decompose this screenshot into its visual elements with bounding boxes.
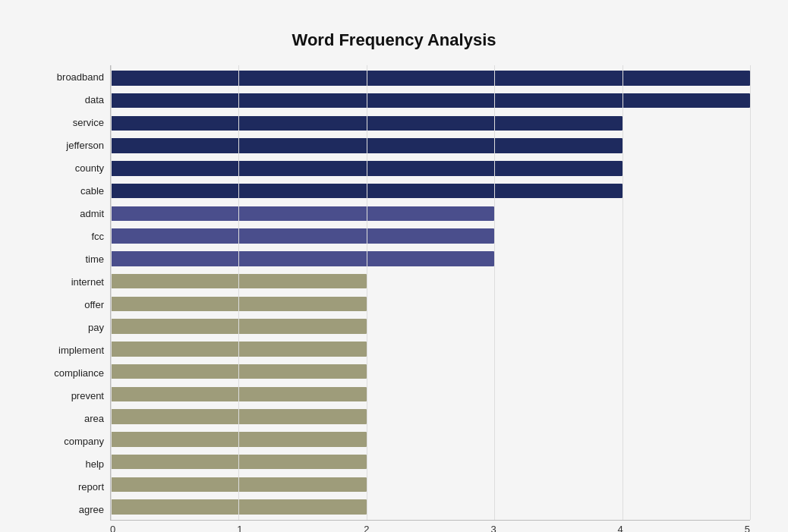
- chart-container: Word Frequency Analysis broadbanddataser…: [15, 15, 773, 532]
- bar-row-company: [111, 428, 750, 451]
- y-label-prevent: prevent: [71, 391, 104, 401]
- bar-row-admit: [111, 203, 750, 225]
- bar-fcc: [111, 228, 494, 243]
- y-label-fcc: fcc: [91, 231, 104, 241]
- y-label-internet: internet: [71, 277, 104, 287]
- y-label-admit: admit: [80, 209, 104, 219]
- bar-prevent: [111, 387, 367, 401]
- y-label-county: county: [75, 163, 104, 173]
- y-label-compliance: compliance: [54, 368, 104, 378]
- bar-company: [111, 432, 367, 446]
- bar-county: [111, 161, 623, 175]
- y-label-data: data: [85, 95, 104, 105]
- y-axis: broadbanddataservicejeffersoncountycable…: [38, 65, 110, 521]
- bar-broadband: [111, 71, 750, 85]
- bar-admit: [111, 206, 494, 221]
- grid-line-5: [750, 65, 751, 520]
- bar-row-fcc: [111, 225, 750, 247]
- bar-row-implement: [111, 338, 750, 360]
- x-tick-3: 3: [490, 524, 496, 532]
- bar-internet: [111, 274, 367, 288]
- x-tick-2: 2: [364, 524, 369, 532]
- x-tick-1: 1: [237, 524, 242, 532]
- bar-row-help: [111, 451, 750, 474]
- bar-area: [111, 409, 367, 423]
- bar-row-report: [111, 474, 750, 496]
- y-label-cable: cable: [80, 186, 104, 196]
- y-label-area: area: [84, 414, 104, 423]
- bar-data: [111, 93, 750, 108]
- y-label-broadband: broadband: [57, 72, 104, 82]
- bar-row-data: [111, 90, 750, 112]
- bar-row-pay: [111, 315, 750, 338]
- bar-row-offer: [111, 293, 750, 316]
- bar-row-compliance: [111, 360, 750, 383]
- x-tick-5: 5: [745, 524, 750, 532]
- y-label-jefferson: jefferson: [66, 140, 104, 150]
- x-tick-container: 012345: [110, 524, 750, 532]
- plot-area: [110, 65, 750, 521]
- bar-implement: [111, 342, 367, 356]
- bar-row-jefferson: [111, 134, 750, 157]
- bar-time: [111, 251, 494, 266]
- bar-cable: [111, 184, 623, 198]
- bar-agree: [111, 499, 367, 514]
- bar-help: [111, 455, 367, 469]
- y-label-pay: pay: [88, 323, 104, 332]
- y-label-service: service: [73, 118, 104, 127]
- bar-row-broadband: [111, 67, 750, 90]
- x-tick-0: 0: [110, 524, 115, 532]
- bar-row-internet: [111, 270, 750, 293]
- bar-row-agree: [111, 496, 750, 518]
- bar-row-service: [111, 112, 750, 135]
- bar-row-cable: [111, 180, 750, 203]
- bar-report: [111, 477, 367, 492]
- bar-jefferson: [111, 138, 623, 153]
- bar-offer: [111, 297, 367, 311]
- y-label-time: time: [85, 254, 104, 264]
- chart-area: broadbanddataservicejeffersoncountycable…: [38, 65, 750, 521]
- x-axis: 012345: [38, 524, 750, 532]
- bar-compliance: [111, 364, 367, 379]
- bar-row-area: [111, 405, 750, 428]
- bar-service: [111, 116, 623, 131]
- bar-pay: [111, 319, 367, 333]
- y-label-report: report: [78, 482, 104, 492]
- bar-row-time: [111, 247, 750, 270]
- y-label-offer: offer: [84, 300, 104, 310]
- chart-title: Word Frequency Analysis: [38, 30, 750, 50]
- bar-row-county: [111, 157, 750, 180]
- bar-row-prevent: [111, 383, 750, 406]
- y-label-company: company: [64, 436, 104, 446]
- y-label-agree: agree: [79, 505, 104, 515]
- y-label-help: help: [85, 459, 104, 469]
- x-tick-4: 4: [618, 524, 623, 532]
- y-label-implement: implement: [58, 345, 104, 355]
